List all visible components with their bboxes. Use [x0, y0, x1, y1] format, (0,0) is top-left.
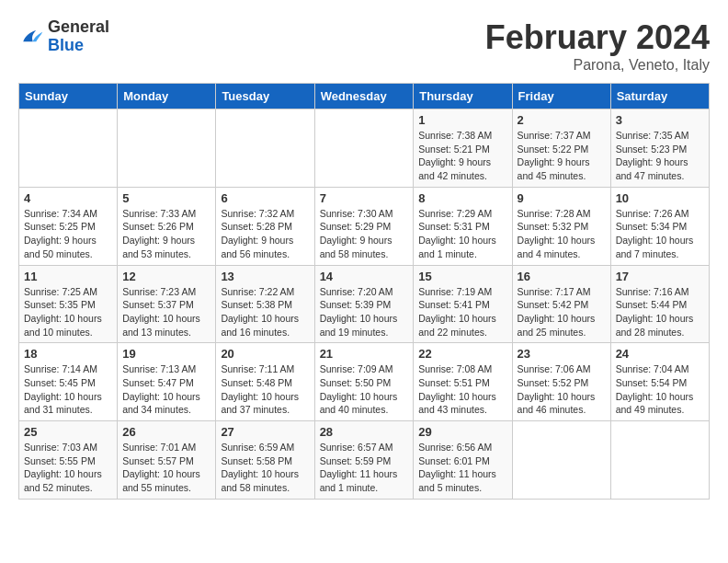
day-info: Sunrise: 7:25 AM Sunset: 5:35 PM Dayligh…: [24, 285, 112, 339]
day-info: Sunrise: 6:56 AM Sunset: 6:01 PM Dayligh…: [418, 441, 506, 495]
day-number: 28: [320, 425, 409, 439]
day-info: Sunrise: 7:01 AM Sunset: 5:57 PM Dayligh…: [122, 441, 210, 495]
day-number: 15: [418, 270, 506, 283]
calendar-cell: 18Sunrise: 7:14 AM Sunset: 5:45 PM Dayli…: [19, 343, 118, 421]
day-info: Sunrise: 7:32 AM Sunset: 5:28 PM Dayligh…: [221, 207, 309, 261]
day-info: Sunrise: 7:37 AM Sunset: 5:22 PM Dayligh…: [518, 129, 606, 183]
calendar-cell: 27Sunrise: 6:59 AM Sunset: 5:58 PM Dayli…: [216, 421, 314, 500]
calendar-cell: 17Sunrise: 7:16 AM Sunset: 5:44 PM Dayli…: [610, 265, 709, 343]
calendar-week-row: 25Sunrise: 7:03 AM Sunset: 5:55 PM Dayli…: [19, 421, 710, 500]
day-number: 23: [518, 347, 606, 361]
day-number: 14: [320, 270, 409, 283]
calendar-cell: 1Sunrise: 7:38 AM Sunset: 5:21 PM Daylig…: [414, 109, 512, 188]
day-number: 29: [418, 425, 506, 439]
day-info: Sunrise: 7:30 AM Sunset: 5:29 PM Dayligh…: [320, 207, 409, 261]
column-header-wednesday: Wednesday: [314, 84, 414, 109]
month-title: February 2024: [485, 18, 710, 57]
day-info: Sunrise: 7:35 AM Sunset: 5:23 PM Dayligh…: [616, 129, 704, 183]
day-number: 19: [122, 347, 210, 361]
column-header-tuesday: Tuesday: [216, 84, 314, 109]
calendar-cell: 6Sunrise: 7:32 AM Sunset: 5:28 PM Daylig…: [216, 187, 314, 265]
day-number: 26: [122, 425, 210, 439]
day-info: Sunrise: 7:26 AM Sunset: 5:34 PM Dayligh…: [616, 207, 704, 261]
logo: General Blue: [18, 18, 109, 55]
calendar-cell: 19Sunrise: 7:13 AM Sunset: 5:47 PM Dayli…: [118, 343, 216, 421]
calendar-cell: 25Sunrise: 7:03 AM Sunset: 5:55 PM Dayli…: [19, 421, 118, 500]
calendar-cell: 10Sunrise: 7:26 AM Sunset: 5:34 PM Dayli…: [610, 187, 709, 265]
day-number: 1: [418, 113, 506, 127]
calendar-cell: 11Sunrise: 7:25 AM Sunset: 5:35 PM Dayli…: [19, 265, 118, 343]
location-subtitle: Parona, Veneto, Italy: [485, 57, 710, 74]
day-number: 9: [518, 191, 606, 205]
day-info: Sunrise: 7:03 AM Sunset: 5:55 PM Dayligh…: [24, 441, 112, 495]
column-header-monday: Monday: [118, 84, 216, 109]
calendar-cell: 29Sunrise: 6:56 AM Sunset: 6:01 PM Dayli…: [414, 421, 512, 500]
calendar-cell: 22Sunrise: 7:08 AM Sunset: 5:51 PM Dayli…: [414, 343, 512, 421]
day-info: Sunrise: 7:29 AM Sunset: 5:31 PM Dayligh…: [418, 207, 506, 261]
calendar-cell: [610, 421, 709, 500]
calendar-cell: [314, 109, 414, 188]
calendar-cell: 7Sunrise: 7:30 AM Sunset: 5:29 PM Daylig…: [314, 187, 414, 265]
day-number: 27: [221, 425, 309, 439]
calendar-cell: 15Sunrise: 7:19 AM Sunset: 5:41 PM Dayli…: [414, 265, 512, 343]
calendar-cell: 28Sunrise: 6:57 AM Sunset: 5:59 PM Dayli…: [314, 421, 414, 500]
column-header-saturday: Saturday: [610, 84, 709, 109]
day-number: 12: [122, 270, 210, 283]
calendar-cell: 9Sunrise: 7:28 AM Sunset: 5:32 PM Daylig…: [512, 187, 610, 265]
day-number: 5: [122, 191, 210, 205]
calendar-week-row: 4Sunrise: 7:34 AM Sunset: 5:25 PM Daylig…: [19, 187, 710, 265]
logo-text: General Blue: [48, 18, 109, 55]
calendar-cell: 2Sunrise: 7:37 AM Sunset: 5:22 PM Daylig…: [512, 109, 610, 188]
calendar-week-row: 1Sunrise: 7:38 AM Sunset: 5:21 PM Daylig…: [19, 109, 710, 188]
column-header-thursday: Thursday: [414, 84, 512, 109]
day-number: 2: [518, 113, 606, 127]
day-number: 18: [24, 347, 112, 361]
day-info: Sunrise: 7:33 AM Sunset: 5:26 PM Dayligh…: [122, 207, 210, 261]
day-info: Sunrise: 7:06 AM Sunset: 5:52 PM Dayligh…: [518, 362, 606, 417]
day-number: 25: [24, 425, 112, 439]
calendar-cell: 14Sunrise: 7:20 AM Sunset: 5:39 PM Dayli…: [314, 265, 414, 343]
logo-bird-icon: [18, 24, 44, 50]
calendar-cell: 3Sunrise: 7:35 AM Sunset: 5:23 PM Daylig…: [610, 109, 709, 188]
calendar-cell: 12Sunrise: 7:23 AM Sunset: 5:37 PM Dayli…: [118, 265, 216, 343]
calendar-cell: 26Sunrise: 7:01 AM Sunset: 5:57 PM Dayli…: [118, 421, 216, 500]
day-number: 8: [418, 191, 506, 205]
day-info: Sunrise: 7:22 AM Sunset: 5:38 PM Dayligh…: [221, 285, 309, 339]
day-info: Sunrise: 7:13 AM Sunset: 5:47 PM Dayligh…: [122, 362, 210, 417]
day-info: Sunrise: 7:34 AM Sunset: 5:25 PM Dayligh…: [24, 207, 112, 261]
page-header: General Blue February 2024 Parona, Venet…: [18, 18, 710, 74]
calendar-cell: 8Sunrise: 7:29 AM Sunset: 5:31 PM Daylig…: [414, 187, 512, 265]
calendar-cell: 5Sunrise: 7:33 AM Sunset: 5:26 PM Daylig…: [118, 187, 216, 265]
day-number: 16: [518, 270, 606, 283]
day-info: Sunrise: 7:28 AM Sunset: 5:32 PM Dayligh…: [518, 207, 606, 261]
day-info: Sunrise: 7:09 AM Sunset: 5:50 PM Dayligh…: [320, 362, 409, 417]
calendar-cell: 13Sunrise: 7:22 AM Sunset: 5:38 PM Dayli…: [216, 265, 314, 343]
calendar-cell: 4Sunrise: 7:34 AM Sunset: 5:25 PM Daylig…: [19, 187, 118, 265]
day-info: Sunrise: 7:20 AM Sunset: 5:39 PM Dayligh…: [320, 285, 409, 339]
day-number: 10: [616, 191, 704, 205]
day-info: Sunrise: 6:59 AM Sunset: 5:58 PM Dayligh…: [221, 441, 309, 495]
day-info: Sunrise: 7:17 AM Sunset: 5:42 PM Dayligh…: [518, 285, 606, 339]
day-number: 11: [24, 270, 112, 283]
day-number: 4: [24, 191, 112, 205]
day-info: Sunrise: 7:38 AM Sunset: 5:21 PM Dayligh…: [418, 129, 506, 183]
day-number: 20: [221, 347, 309, 361]
calendar-cell: 23Sunrise: 7:06 AM Sunset: 5:52 PM Dayli…: [512, 343, 610, 421]
day-number: 3: [616, 113, 704, 127]
day-number: 24: [616, 347, 704, 361]
day-info: Sunrise: 7:08 AM Sunset: 5:51 PM Dayligh…: [418, 362, 506, 417]
calendar-cell: 20Sunrise: 7:11 AM Sunset: 5:48 PM Dayli…: [216, 343, 314, 421]
day-info: Sunrise: 7:16 AM Sunset: 5:44 PM Dayligh…: [616, 285, 704, 339]
calendar-cell: 24Sunrise: 7:04 AM Sunset: 5:54 PM Dayli…: [610, 343, 709, 421]
day-info: Sunrise: 7:14 AM Sunset: 5:45 PM Dayligh…: [24, 362, 112, 417]
day-number: 6: [221, 191, 309, 205]
title-block: February 2024 Parona, Veneto, Italy: [485, 18, 710, 74]
day-number: 21: [320, 347, 409, 361]
day-number: 22: [418, 347, 506, 361]
calendar-cell: [216, 109, 314, 188]
column-header-friday: Friday: [512, 84, 610, 109]
day-number: 7: [320, 191, 409, 205]
day-info: Sunrise: 7:19 AM Sunset: 5:41 PM Dayligh…: [418, 285, 506, 339]
calendar-week-row: 11Sunrise: 7:25 AM Sunset: 5:35 PM Dayli…: [19, 265, 710, 343]
calendar-cell: [118, 109, 216, 188]
